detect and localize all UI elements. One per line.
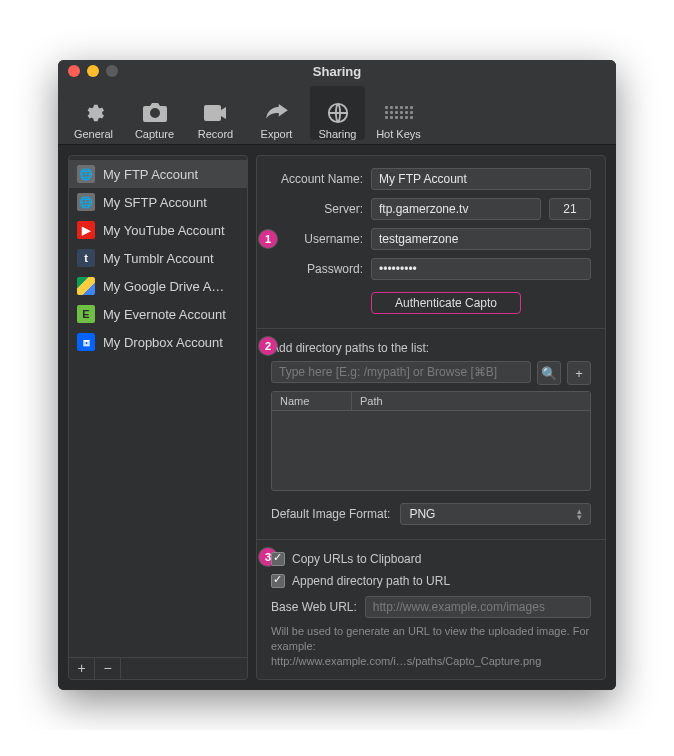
titlebar: Sharing [58, 60, 616, 82]
keyboard-icon [386, 102, 412, 124]
annotation-badge-2: 2 [259, 337, 277, 355]
sidebar-item-tumblr[interactable]: t My Tumblr Account [69, 244, 247, 272]
camera-icon [142, 102, 168, 124]
sidebar-item-sftp[interactable]: 🌐 My SFTP Account [69, 188, 247, 216]
select-value: PNG [409, 507, 435, 521]
server-field[interactable] [371, 198, 541, 220]
password-field[interactable] [371, 258, 591, 280]
tab-sharing[interactable]: Sharing [310, 86, 365, 140]
col-name: Name [272, 392, 352, 410]
base-url-field[interactable] [365, 596, 591, 618]
globe-icon: 🌐 [77, 193, 95, 211]
globe-icon: 🌐 [77, 165, 95, 183]
chevron-updown-icon: ▴▾ [577, 508, 582, 521]
plus-icon: + [575, 366, 583, 381]
content-area: 🌐 My FTP Account 🌐 My SFTP Account ▶ My … [58, 145, 616, 690]
col-path: Path [352, 392, 590, 410]
tab-label: Capture [135, 128, 174, 140]
sidebar-item-label: My Evernote Account [103, 307, 226, 322]
copy-urls-label: Copy URLs to Clipboard [292, 552, 421, 566]
sidebar-item-dropbox[interactable]: ⧈ My Dropbox Account [69, 328, 247, 356]
append-path-checkbox[interactable] [271, 574, 285, 588]
tab-label: Export [261, 128, 293, 140]
account-name-label: Account Name: [271, 172, 363, 186]
sidebar-item-label: My Google Drive A… [103, 279, 224, 294]
gdrive-icon [77, 277, 95, 295]
base-url-help: Will be used to generate an URL to view … [271, 624, 591, 669]
evernote-icon: E [77, 305, 95, 323]
sidebar-item-label: My Dropbox Account [103, 335, 223, 350]
tab-export[interactable]: Export [249, 86, 304, 140]
tab-capture[interactable]: Capture [127, 86, 182, 140]
minus-icon: − [103, 660, 111, 676]
authenticate-button[interactable]: Authenticate Capto [371, 292, 521, 314]
preferences-window: Sharing General Capture Record Export [58, 60, 616, 690]
password-label: Password: [271, 262, 363, 276]
browse-button[interactable]: 🔍 [537, 361, 561, 385]
divider [257, 328, 605, 329]
directory-path-input[interactable] [271, 361, 531, 383]
add-account-button[interactable]: + [69, 658, 95, 679]
add-path-button[interactable]: + [567, 361, 591, 385]
window-title: Sharing [58, 64, 616, 79]
settings-panel: 1 Account Name: Server: Username: Passwo… [256, 155, 606, 680]
globe-icon [325, 102, 351, 124]
youtube-icon: ▶ [77, 221, 95, 239]
tab-label: Hot Keys [376, 128, 421, 140]
sidebar-item-gdrive[interactable]: My Google Drive A… [69, 272, 247, 300]
tab-general[interactable]: General [66, 86, 121, 140]
sidebar-item-label: My Tumblr Account [103, 251, 214, 266]
tab-label: Sharing [319, 128, 357, 140]
gear-icon [81, 102, 107, 124]
annotation-badge-1: 1 [259, 230, 277, 248]
copy-urls-checkbox[interactable] [271, 552, 285, 566]
tab-label: Record [198, 128, 233, 140]
tab-label: General [74, 128, 113, 140]
append-path-label: Append directory path to URL [292, 574, 450, 588]
search-icon: 🔍 [541, 366, 557, 381]
base-url-label: Base Web URL: [271, 600, 357, 614]
directory-heading: Add directory paths to the list: [271, 341, 591, 355]
sidebar-item-youtube[interactable]: ▶ My YouTube Account [69, 216, 247, 244]
remove-account-button[interactable]: − [95, 658, 121, 679]
account-name-field[interactable] [371, 168, 591, 190]
sidebar-item-ftp[interactable]: 🌐 My FTP Account [69, 160, 247, 188]
divider [257, 539, 605, 540]
username-field[interactable] [371, 228, 591, 250]
accounts-sidebar: 🌐 My FTP Account 🌐 My SFTP Account ▶ My … [68, 155, 248, 680]
table-header: Name Path [272, 392, 590, 411]
image-format-select[interactable]: PNG ▴▾ [400, 503, 591, 525]
username-label: Username: [271, 232, 363, 246]
sidebar-item-label: My FTP Account [103, 167, 198, 182]
sidebar-item-label: My YouTube Account [103, 223, 225, 238]
directory-table[interactable]: Name Path [271, 391, 591, 491]
format-label: Default Image Format: [271, 507, 390, 521]
tumblr-icon: t [77, 249, 95, 267]
accounts-list: 🌐 My FTP Account 🌐 My SFTP Account ▶ My … [69, 156, 247, 657]
toolbar: General Capture Record Export Sharing [58, 82, 616, 145]
dropbox-icon: ⧈ [77, 333, 95, 351]
sidebar-item-label: My SFTP Account [103, 195, 207, 210]
export-icon [264, 102, 290, 124]
plus-icon: + [77, 660, 85, 676]
tab-record[interactable]: Record [188, 86, 243, 140]
video-icon [203, 102, 229, 124]
server-label: Server: [271, 202, 363, 216]
tab-hotkeys[interactable]: Hot Keys [371, 86, 426, 140]
sidebar-footer: + − [69, 657, 247, 679]
sidebar-item-evernote[interactable]: E My Evernote Account [69, 300, 247, 328]
port-field[interactable] [549, 198, 591, 220]
